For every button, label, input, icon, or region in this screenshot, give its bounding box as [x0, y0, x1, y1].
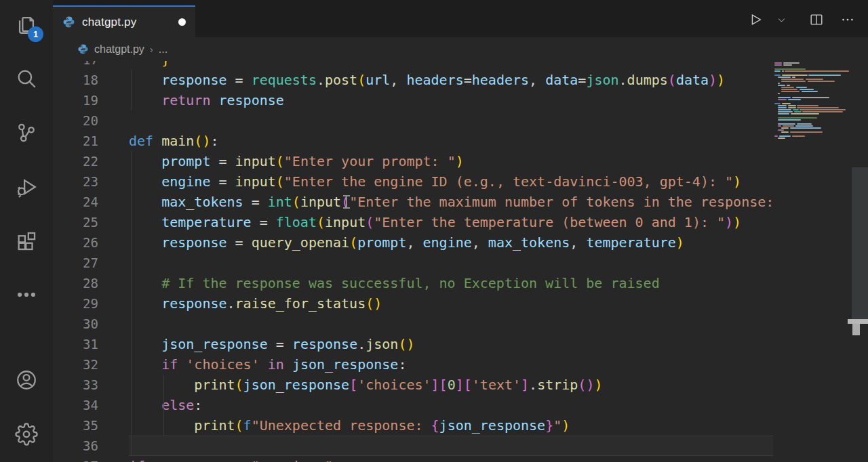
- code-line-content: if __name__ == "__main__":: [129, 456, 773, 462]
- code-line[interactable]: 25 temperature = float(input("Enter the …: [53, 212, 773, 232]
- line-number: 20: [53, 110, 129, 131]
- extensions-icon: [15, 230, 38, 255]
- code-line-content: response = query_openai(prompt, engine, …: [129, 232, 773, 253]
- split-editor-button[interactable]: [806, 10, 827, 32]
- code-line-content: temperature = float(input("Enter the tem…: [129, 212, 773, 232]
- code-line[interactable]: 36: [53, 436, 773, 456]
- line-number: 22: [53, 151, 129, 171]
- minimap-row: [774, 131, 852, 133]
- minimap-row: [774, 89, 852, 90]
- minimap-row: [774, 123, 852, 125]
- sidebar-item-source-control[interactable]: [0, 112, 53, 156]
- minimap-row: [774, 117, 852, 119]
- tab-modified-indicator[interactable]: [178, 18, 186, 26]
- code-line-content: response.raise_for_status(): [129, 293, 773, 314]
- code-line[interactable]: 33 print(json_response['choices'][0]['te…: [53, 375, 773, 395]
- minimap-row: [774, 95, 852, 96]
- code-line[interactable]: 20: [53, 110, 773, 131]
- line-number: 37: [53, 456, 129, 462]
- code-line[interactable]: 30: [53, 314, 773, 334]
- minimap-row: [774, 115, 852, 117]
- code-line[interactable]: 24 max_tokens = int(input("Enter the max…: [53, 192, 773, 212]
- minimap-row: [774, 87, 852, 88]
- vertical-scrollbar[interactable]: [852, 167, 868, 324]
- gear-icon: [15, 423, 38, 448]
- minimap-row: [774, 85, 852, 86]
- minimap-row: [774, 103, 852, 104]
- code-line[interactable]: 18 response = requests.post(url, headers…: [53, 70, 773, 90]
- code-line[interactable]: 28 # If the response was successful, no …: [53, 273, 773, 293]
- minimap-row: [774, 133, 852, 135]
- line-number: 27: [53, 253, 129, 273]
- breadcrumb-file[interactable]: chatgpt.py: [94, 43, 144, 56]
- minimap-row: [774, 97, 852, 98]
- activity-bar: 1: [0, 0, 53, 462]
- code-line[interactable]: 21def main():: [53, 131, 773, 151]
- sidebar-item-run-debug[interactable]: [0, 167, 53, 210]
- split-editor-icon: [809, 12, 824, 30]
- minimap[interactable]: [774, 62, 852, 140]
- line-number: 35: [53, 415, 129, 436]
- git-branch-icon: [15, 121, 38, 147]
- ellipsis-icon: [840, 12, 855, 30]
- editor-group: chatgpt.py cha: [53, 0, 868, 462]
- code-line-content: else:: [129, 395, 773, 415]
- code-line[interactable]: 19 return response: [53, 90, 773, 110]
- code-line[interactable]: 23 engine = input("Enter the engine ID (…: [53, 171, 773, 192]
- line-number: 36: [53, 436, 129, 456]
- minimap-rail: [773, 37, 868, 462]
- minimap-row: [774, 107, 852, 108]
- line-number: 24: [53, 192, 129, 212]
- minimap-row: [774, 99, 852, 100]
- minimap-row: [774, 72, 852, 74]
- sidebar-item-settings[interactable]: [0, 414, 53, 457]
- code-line[interactable]: 29 response.raise_for_status(): [53, 293, 773, 314]
- sidebar-item-more-views[interactable]: [0, 274, 53, 318]
- code-line-content: max_tokens = int(input("Enter the maximu…: [129, 192, 773, 212]
- line-number: 32: [53, 354, 129, 375]
- line-number: 29: [53, 293, 129, 314]
- minimap-row: [774, 70, 852, 72]
- tab-label: chatgpt.py: [82, 16, 136, 29]
- code-line[interactable]: 27: [53, 253, 773, 273]
- sidebar-item-search[interactable]: [0, 58, 53, 102]
- minimap-row: [774, 77, 852, 78]
- breadcrumb-more[interactable]: ...: [159, 43, 167, 56]
- code-line[interactable]: 22 prompt = input("Enter your prompt: "): [53, 151, 773, 171]
- run-dropdown-button[interactable]: [770, 10, 792, 32]
- search-icon: [15, 67, 38, 93]
- indent-guide: [131, 70, 132, 110]
- minimap-row: [774, 105, 852, 106]
- minimap-row: [774, 121, 852, 123]
- sidebar-item-explorer[interactable]: 1: [0, 4, 53, 47]
- run-button[interactable]: [745, 10, 766, 32]
- code-editor[interactable]: 17 }18 response = requests.post(url, hea…: [53, 61, 868, 462]
- more-actions-button[interactable]: [837, 10, 859, 32]
- minimap-row: [774, 109, 852, 110]
- minimap-row: [774, 125, 852, 127]
- sidebar-item-account[interactable]: [0, 360, 53, 403]
- account-icon: [15, 369, 38, 394]
- code-line[interactable]: 35 print(f"Unexpected response: {json_re…: [53, 415, 773, 436]
- code-line-content: # If the response was successful, no Exc…: [129, 273, 773, 293]
- code-line[interactable]: 34 else:: [53, 395, 773, 415]
- breadcrumb: chatgpt.py › ...: [53, 37, 868, 61]
- code-line[interactable]: 17 }: [53, 61, 773, 70]
- tab-chatgpt-py[interactable]: chatgpt.py: [53, 5, 195, 37]
- code-lines: 17 }18 response = requests.post(url, hea…: [53, 61, 773, 462]
- minimap-row: [774, 79, 852, 80]
- code-line[interactable]: 31 json_response = response.json(): [53, 334, 773, 354]
- minimap-row: [774, 135, 852, 137]
- minimap-row: [774, 113, 852, 114]
- minimap-row: [774, 81, 852, 82]
- minimap-row: [774, 66, 852, 68]
- code-line[interactable]: 37if __name__ == "__main__":: [53, 456, 773, 462]
- code-line-content: engine = input("Enter the engine ID (e.g…: [129, 171, 773, 192]
- sidebar-item-extensions[interactable]: [0, 221, 53, 264]
- breadcrumb-separator: ›: [150, 43, 153, 55]
- line-number: 23: [53, 171, 129, 192]
- line-number: 30: [53, 314, 129, 334]
- code-line[interactable]: 26 response = query_openai(prompt, engin…: [53, 232, 773, 253]
- code-line[interactable]: 32 if 'choices' in json_response:: [53, 354, 773, 375]
- minimap-row: [774, 93, 852, 94]
